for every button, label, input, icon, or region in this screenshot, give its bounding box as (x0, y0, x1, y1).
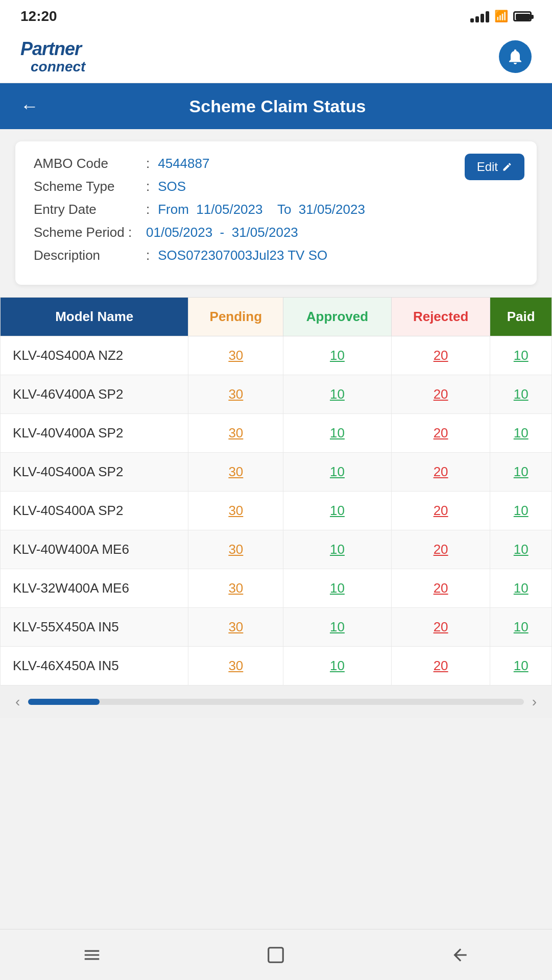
cell-paid[interactable]: 10 (490, 530, 552, 569)
col-header-approved: Approved (283, 298, 392, 336)
table-row: KLV-32W400A ME630102010 (1, 569, 552, 608)
cell-rejected[interactable]: 20 (391, 453, 490, 492)
value-ambo: 4544887 (158, 156, 209, 172)
colon-ambo: : (146, 156, 150, 172)
info-row-description: Description : SOS072307003Jul23 TV SO (34, 248, 518, 263)
svg-rect-0 (269, 947, 283, 962)
col-header-model: Model Name (1, 298, 188, 336)
cell-approved[interactable]: 10 (283, 569, 392, 608)
info-card: AMBO Code : 4544887 Scheme Type : SOS En… (15, 141, 537, 285)
cell-model: KLV-40V400A SP2 (1, 414, 188, 453)
cell-model: KLV-40S400A SP2 (1, 453, 188, 492)
table-row: KLV-40S400A SP230102010 (1, 453, 552, 492)
info-row-entry-date: Entry Date : From 11/05/2023 To 31/05/20… (34, 202, 518, 217)
cell-approved[interactable]: 10 (283, 375, 392, 414)
table-row: KLV-46V400A SP230102010 (1, 375, 552, 414)
cell-pending[interactable]: 30 (188, 492, 283, 530)
value-description: SOS072307003Jul23 TV SO (158, 248, 327, 263)
cell-model: KLV-32W400A ME6 (1, 569, 188, 608)
cell-pending[interactable]: 30 (188, 647, 283, 685)
phone-frame: 12:20 📶 Partner connect ← Scheme Claim S… (0, 0, 552, 980)
label-ambo: AMBO Code (34, 156, 146, 172)
bottom-nav (0, 929, 552, 980)
page-title: Scheme Claim Status (49, 96, 532, 116)
cell-pending[interactable]: 30 (188, 530, 283, 569)
table-row: KLV-40S400A NZ230102010 (1, 336, 552, 375)
cell-pending[interactable]: 30 (188, 336, 283, 375)
cell-approved[interactable]: 10 (283, 530, 392, 569)
cell-approved[interactable]: 10 (283, 608, 392, 647)
cell-pending[interactable]: 30 (188, 569, 283, 608)
value-scheme-type: SOS (158, 179, 186, 194)
table-row: KLV-40S400A SP230102010 (1, 492, 552, 530)
label-scheme-period: Scheme Period : (34, 225, 146, 240)
cell-approved[interactable]: 10 (283, 492, 392, 530)
logo-partner: Partner (20, 39, 85, 59)
notification-button[interactable] (499, 40, 532, 73)
cell-model: KLV-40S400A NZ2 (1, 336, 188, 375)
scroll-left-arrow[interactable]: ‹ (15, 694, 20, 710)
cell-model: KLV-55X450A IN5 (1, 608, 188, 647)
colon-description: : (146, 248, 150, 263)
cell-pending[interactable]: 30 (188, 375, 283, 414)
label-description: Description (34, 248, 146, 263)
cell-approved[interactable]: 10 (283, 453, 392, 492)
cell-pending[interactable]: 30 (188, 608, 283, 647)
table-row: KLV-40W400A ME630102010 (1, 530, 552, 569)
cell-paid[interactable]: 10 (490, 375, 552, 414)
colon-scheme-type: : (146, 179, 150, 194)
app-header: Partner connect (0, 31, 552, 83)
cell-rejected[interactable]: 20 (391, 608, 490, 647)
pencil-icon (502, 162, 512, 172)
cell-rejected[interactable]: 20 (391, 647, 490, 685)
horizontal-scrollbar[interactable]: ‹ › (0, 685, 552, 718)
title-bar: ← Scheme Claim Status (0, 83, 552, 129)
cell-model: KLV-46X450A IN5 (1, 647, 188, 685)
cell-rejected[interactable]: 20 (391, 569, 490, 608)
cell-paid[interactable]: 10 (490, 647, 552, 685)
scroll-thumb[interactable] (28, 699, 100, 705)
back-nav-button[interactable] (445, 945, 475, 965)
col-header-pending: Pending (188, 298, 283, 336)
cell-rejected[interactable]: 20 (391, 375, 490, 414)
cell-pending[interactable]: 30 (188, 414, 283, 453)
cell-model: KLV-40S400A SP2 (1, 492, 188, 530)
scroll-track[interactable] (28, 699, 523, 705)
cell-pending[interactable]: 30 (188, 453, 283, 492)
menu-nav-button[interactable] (77, 945, 107, 965)
claims-table: Model Name Pending Approved Rejected Pai… (0, 297, 552, 685)
col-header-paid: Paid (490, 298, 552, 336)
logo: Partner connect (20, 39, 85, 75)
triangle-back-icon (450, 945, 470, 965)
value-scheme-period: 01/05/2023 - 31/05/2023 (146, 225, 298, 240)
back-button[interactable]: ← (20, 97, 39, 115)
home-nav-button[interactable] (260, 945, 291, 965)
label-entry-date: Entry Date (34, 202, 146, 217)
label-scheme-type: Scheme Type (34, 179, 146, 194)
cell-rejected[interactable]: 20 (391, 414, 490, 453)
edit-button[interactable]: Edit (465, 154, 524, 180)
table-header-row: Model Name Pending Approved Rejected Pai… (1, 298, 552, 336)
cell-approved[interactable]: 10 (283, 336, 392, 375)
cell-paid[interactable]: 10 (490, 453, 552, 492)
info-row-scheme-period: Scheme Period : 01/05/2023 - 31/05/2023 (34, 225, 518, 240)
battery-icon (513, 11, 532, 21)
hamburger-icon (82, 945, 102, 965)
cell-paid[interactable]: 10 (490, 569, 552, 608)
bell-icon (506, 47, 524, 66)
status-time: 12:20 (20, 8, 57, 24)
scroll-right-arrow[interactable]: › (532, 694, 537, 710)
cell-approved[interactable]: 10 (283, 414, 392, 453)
cell-paid[interactable]: 10 (490, 336, 552, 375)
edit-label: Edit (477, 160, 498, 174)
logo-connect: connect (20, 59, 85, 75)
cell-paid[interactable]: 10 (490, 414, 552, 453)
cell-approved[interactable]: 10 (283, 647, 392, 685)
status-icons: 📶 (470, 10, 532, 23)
cell-rejected[interactable]: 20 (391, 530, 490, 569)
cell-rejected[interactable]: 20 (391, 336, 490, 375)
cell-paid[interactable]: 10 (490, 608, 552, 647)
cell-paid[interactable]: 10 (490, 492, 552, 530)
cell-rejected[interactable]: 20 (391, 492, 490, 530)
value-entry-date: From 11/05/2023 To 31/05/2023 (158, 202, 365, 217)
